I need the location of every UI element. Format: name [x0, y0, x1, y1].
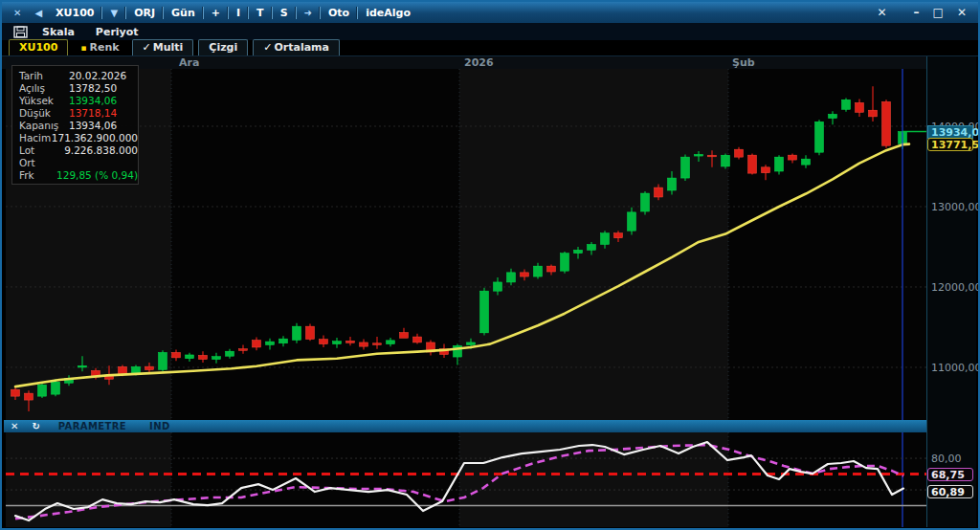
info-row: Frk129,85 (% 0,94) [19, 169, 138, 182]
orj-button[interactable]: ORJ [127, 7, 162, 19]
candle-body [869, 110, 878, 117]
titlebar-separator [320, 7, 321, 19]
menu-item-skala[interactable]: Skala [32, 26, 85, 38]
tab-cizgi[interactable]: Çizgi [198, 39, 248, 55]
info-label: Tarih [19, 70, 69, 82]
candle-body [480, 291, 489, 333]
candle-body [387, 341, 395, 344]
titlebar: ✕◀XU100▼ORJGün+ITS➜OtoideAlgo✕–□✕ [2, 2, 978, 23]
maximize-button[interactable]: □ [926, 6, 950, 19]
candle-body [789, 155, 797, 160]
candle-body [212, 357, 221, 360]
toolbar-close-button[interactable]: ✕ [871, 6, 894, 19]
info-row: Düşük13718,14 [19, 107, 138, 120]
tab-symbol-active[interactable]: XU100 [9, 39, 68, 55]
info-value: 13782,50 [69, 82, 117, 95]
indicator-ind-button[interactable]: IND [138, 421, 182, 431]
candle-body [360, 342, 368, 346]
info-row: Hacim171.362.900.000 [19, 132, 138, 144]
menu-item-periyot[interactable]: Periyot [85, 26, 149, 38]
titlebar-separator [357, 7, 358, 19]
info-value: 13934,06 [69, 120, 117, 132]
candle-body [78, 365, 87, 367]
renk-button[interactable]: ▪Renk [73, 40, 126, 55]
candle-body [494, 282, 502, 291]
candle-body [119, 366, 127, 374]
candle-body [762, 167, 770, 173]
period-gun-button[interactable]: Gün [165, 7, 202, 19]
tab-multi[interactable]: ✓Multi [132, 39, 194, 55]
x-axis-label-ara: Ara [179, 56, 199, 69]
candle-body [722, 155, 730, 166]
candle-body [132, 366, 141, 373]
titlebar-separator [228, 7, 229, 19]
candle-body [641, 193, 650, 211]
info-value: 13718,14 [69, 107, 117, 120]
candle-body [253, 341, 261, 347]
candle-body [601, 233, 610, 245]
candle-body [293, 326, 301, 340]
back-arrow-icon[interactable]: ◀ [28, 8, 49, 18]
candle-body [373, 343, 382, 345]
candle-body [467, 342, 476, 345]
titlebar-separator [272, 7, 273, 19]
tabbar: XU100▪Renk✓MultiÇizgi✓Ortalama [2, 40, 978, 56]
info-row: Açılış13782,50 [19, 82, 138, 95]
candle-body [52, 382, 60, 394]
app-window: Ara2026Şub 14000,0013000,0012000,0011000… [0, 0, 980, 530]
month-band [728, 432, 926, 527]
add-button[interactable]: + [205, 7, 227, 19]
month-band [171, 432, 459, 527]
indicator-parametre-button[interactable]: PARAMETRE [47, 421, 138, 431]
tab-ortalama[interactable]: ✓Ortalama [253, 39, 340, 55]
trend-t-button[interactable]: T [250, 7, 271, 19]
month-band [6, 432, 171, 527]
info-value: 13934,06 [69, 95, 117, 107]
candle-body [413, 337, 422, 342]
ohlc-info-panel: Tarih20.02.2026Açılış13782,50Yüksek13934… [11, 65, 139, 185]
x-axis-bar: Ara2026Şub [2, 56, 926, 69]
info-label: Açılış [19, 82, 69, 95]
candle-body [856, 102, 864, 112]
chart-canvas[interactable] [2, 2, 980, 530]
candle-body [279, 339, 288, 343]
candle-body [145, 366, 154, 369]
chart-close-button[interactable]: ✕ [7, 8, 28, 18]
candle-body [25, 393, 33, 400]
idealgo-button[interactable]: ideAlgo [359, 7, 417, 19]
info-label: Lot [19, 144, 64, 157]
candle-body [708, 155, 717, 157]
titlebar-separator [101, 7, 102, 19]
candle-body [266, 342, 275, 344]
save-button[interactable] [10, 26, 32, 38]
info-value: 171.362.900.000 [52, 132, 138, 144]
indicator-value-box: 60,89 [927, 485, 973, 498]
indicator-axis-tick: 80,00 [931, 453, 962, 465]
forward-arrow-icon[interactable]: ➜ [298, 8, 319, 18]
indicator-refresh-icon[interactable]: ↻ [25, 421, 46, 431]
symbol-label: XU100 [49, 7, 100, 19]
window-close-button[interactable]: ✕ [950, 6, 973, 19]
oto-button[interactable]: Oto [322, 7, 356, 19]
candle-body [882, 101, 891, 145]
info-row: Lot9.226.838.000 [19, 144, 138, 157]
symbol-dropdown-icon[interactable]: ▼ [103, 8, 124, 18]
candle-body [547, 266, 556, 272]
candle-body [521, 273, 529, 276]
candle-body [655, 188, 663, 197]
settings-s-button[interactable]: S [274, 7, 295, 19]
info-value: 20.02.2026 [69, 70, 126, 82]
indicator-close-icon[interactable]: ✕ [4, 421, 25, 431]
x-axis-label-şub: Şub [732, 56, 755, 69]
candle-body [802, 159, 811, 165]
titlebar-separator [203, 7, 204, 19]
indicator-value-box: 68,75 [927, 468, 973, 481]
info-label: Ort [19, 157, 69, 169]
candle-body [172, 352, 181, 357]
candle-body [748, 155, 757, 173]
y-axis-tick: 11000,00 [931, 362, 980, 374]
minimize-button[interactable]: – [907, 6, 926, 19]
indicator-i-button[interactable]: I [230, 7, 247, 19]
month-band [171, 69, 459, 420]
candle-body [815, 121, 824, 152]
